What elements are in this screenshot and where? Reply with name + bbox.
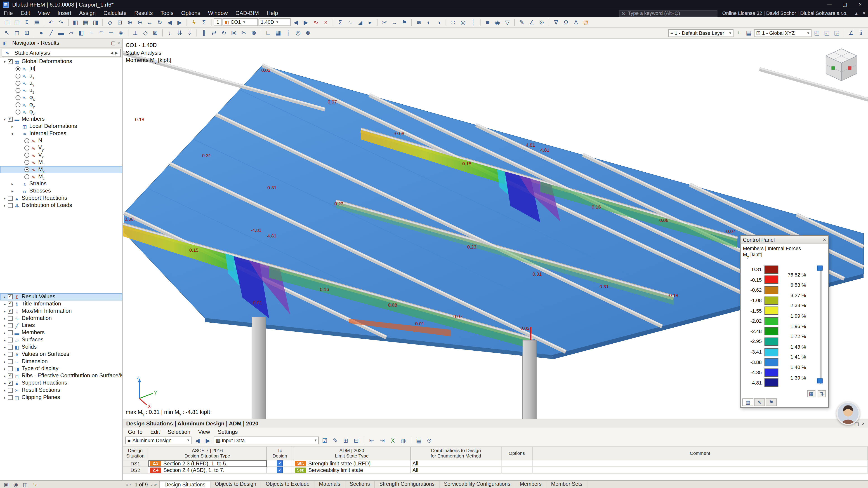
toolbar-icon[interactable]: ◇	[141, 29, 150, 37]
expander-icon[interactable]: ▸	[2, 359, 7, 364]
toolbar-icon[interactable]: ↔	[145, 18, 155, 26]
toolbar-icon[interactable]: ↻	[219, 29, 229, 37]
tree-checkbox[interactable]	[8, 203, 13, 208]
toolbar-icon[interactable]: ϟ	[189, 18, 199, 26]
table-toolbar-icon[interactable]	[364, 437, 364, 444]
tree-item[interactable]: ∿ uz	[0, 87, 122, 94]
first-page-icon[interactable]: «	[126, 482, 128, 487]
tree-checkbox[interactable]	[24, 160, 29, 165]
toolbar-icon[interactable]: ≋	[414, 18, 424, 26]
expander-icon[interactable]: ▸	[2, 381, 7, 385]
toolbar-icon[interactable]: ⊕	[125, 18, 134, 26]
tree-item[interactable]: ▸ ◫ Clipping Planes	[0, 394, 122, 401]
toolbar-icon[interactable]: ↖	[2, 29, 12, 37]
toolbar-icon[interactable]	[128, 29, 128, 37]
tree-item[interactable]: ▾ ▦ Global Deformations	[0, 58, 122, 65]
toolbar-icon[interactable]	[102, 19, 103, 26]
user-avatar[interactable]	[836, 402, 860, 425]
control-panel-title-bar[interactable]: Control Panel ×	[741, 236, 828, 244]
toolbar-icon[interactable]: ⊥	[131, 29, 140, 37]
toolbar-icon[interactable]: ▽	[503, 18, 512, 26]
toolbar-icon[interactable]: ▤	[32, 18, 41, 26]
expander-icon[interactable]: ▸	[2, 352, 7, 357]
menu-item[interactable]: Assign	[75, 9, 100, 17]
module-combo[interactable]: ◆ Aluminum Design▼	[125, 436, 191, 444]
expander-icon[interactable]: ▸	[2, 302, 7, 306]
toolbar-icon[interactable]: ▧	[581, 18, 591, 26]
toolbar-icon[interactable]	[480, 19, 480, 26]
toolbar-icon[interactable]	[445, 19, 446, 26]
tree-item[interactable]: ▸ ε Strains	[0, 180, 122, 188]
toolbar-icon[interactable]: Ω	[561, 18, 571, 26]
toolbar-icon[interactable]	[260, 29, 261, 37]
control-panel-tab[interactable]: ⚑	[766, 398, 777, 406]
load-factor-combo[interactable]: 1.40D▼	[258, 18, 291, 26]
toolbar-icon[interactable]: ●	[37, 29, 46, 37]
table-tab[interactable]: Sections	[345, 481, 375, 488]
expander-icon[interactable]: ▸	[2, 330, 7, 335]
toolbar-icon[interactable]	[411, 19, 412, 26]
expander-icon[interactable]: ▸	[2, 395, 7, 400]
menu-item[interactable]: Help	[263, 9, 282, 17]
tree-checkbox[interactable]	[8, 59, 13, 64]
toolbar-icon[interactable]: ≡	[483, 18, 492, 26]
toolbar-icon[interactable]: ◲	[832, 29, 842, 37]
toolbar-icon[interactable]: ⚑	[400, 18, 409, 26]
tree-checkbox[interactable]	[24, 167, 29, 172]
expander-icon[interactable]: ▸	[10, 182, 15, 186]
tree-checkbox[interactable]	[8, 294, 13, 299]
toolbar-icon[interactable]: Σ	[199, 18, 209, 26]
panel-menu-item[interactable]: Edit	[147, 429, 164, 435]
window-control-button[interactable]: —	[822, 0, 837, 9]
comment-cell[interactable]	[532, 467, 868, 474]
toolbar-icon[interactable]: ∠	[527, 18, 536, 26]
toolbar-icon[interactable]: ▬	[57, 29, 66, 37]
table-tab[interactable]: Materials	[314, 481, 345, 488]
toolbar-icon[interactable]: ↔	[390, 18, 399, 26]
toolbar-icon[interactable]: ◧	[71, 18, 80, 26]
to-design-checkbox[interactable]: ✓	[277, 467, 283, 473]
tree-checkbox[interactable]	[8, 345, 13, 350]
analysis-type-dropdown[interactable]: ∿ Static Analysis ◀ ▶	[2, 49, 121, 57]
table-tab[interactable]: Members	[515, 481, 547, 488]
tree-checkbox[interactable]	[8, 316, 13, 321]
to-design-cell[interactable]: ✓	[267, 467, 293, 474]
menu-item[interactable]: Tools	[157, 9, 177, 17]
table-nav-icon[interactable]: ▶	[203, 436, 213, 445]
table-toolbar-icon[interactable]: ◍	[399, 436, 408, 445]
expander-icon[interactable]: ▸	[2, 309, 7, 314]
toolbar-icon[interactable]	[196, 29, 197, 37]
tree-item[interactable]: ▸ ╱ Lines	[0, 322, 122, 329]
row-header-cell[interactable]: DS1	[123, 460, 149, 467]
load-case-nav-icon[interactable]: ◀	[291, 18, 301, 26]
toolbar-icon[interactable]: ┆	[468, 18, 478, 26]
table-toolbar-icon[interactable]: X	[388, 436, 398, 445]
tree-item[interactable]: ∿ MT	[0, 159, 122, 166]
tree-checkbox[interactable]	[16, 66, 21, 71]
toolbar-icon[interactable]: ⇄	[209, 29, 219, 37]
design-situation-type-cell[interactable]: 2.3 Section 2.3 (LRFD), 1. to 5.	[148, 460, 267, 467]
toolbar-icon[interactable]: ↻	[155, 18, 164, 26]
menu-item[interactable]: Insert	[54, 9, 75, 17]
toolbar-icon[interactable]: ╱	[46, 29, 56, 37]
tree-item[interactable]: ▸ ∿ Deformation	[0, 315, 122, 322]
panel-menu-item[interactable]: View	[194, 429, 214, 435]
toolbar-icon[interactable]: ⊠	[151, 29, 160, 37]
toolbar-icon[interactable]: ⇊	[175, 29, 184, 37]
toolbar-icon[interactable]: ∇	[551, 18, 561, 26]
design-situation-type-cell[interactable]: 2.4 Section 2.4 (ASD), 1. to 7.	[148, 467, 267, 474]
toolbar-icon[interactable]	[377, 19, 377, 26]
toolbar-icon[interactable]: ∟	[264, 29, 273, 37]
tree-item[interactable]: ∿ N	[0, 137, 122, 144]
tree-item[interactable]: ▸ ⊓ Ribs - Effective Contribution on Sur…	[0, 372, 122, 380]
window-control-button[interactable]: ×	[852, 0, 868, 9]
tree-item[interactable]: ▸ ◧ Solids	[0, 344, 122, 351]
previous-analysis-icon[interactable]: ◀	[110, 51, 113, 55]
tree-checkbox[interactable]	[8, 117, 13, 122]
toolbar-icon[interactable]	[34, 29, 34, 37]
last-page-icon[interactable]: »	[154, 482, 157, 487]
toolbar-icon[interactable]: ▦	[274, 29, 283, 37]
keyword-search-input[interactable]: ⊙ Type a keyword (Alt+Q)	[619, 10, 717, 16]
toolbar-icon[interactable]: ↓	[165, 29, 175, 37]
tree-item[interactable]: ▸ ✂ Result Sections	[0, 387, 122, 394]
